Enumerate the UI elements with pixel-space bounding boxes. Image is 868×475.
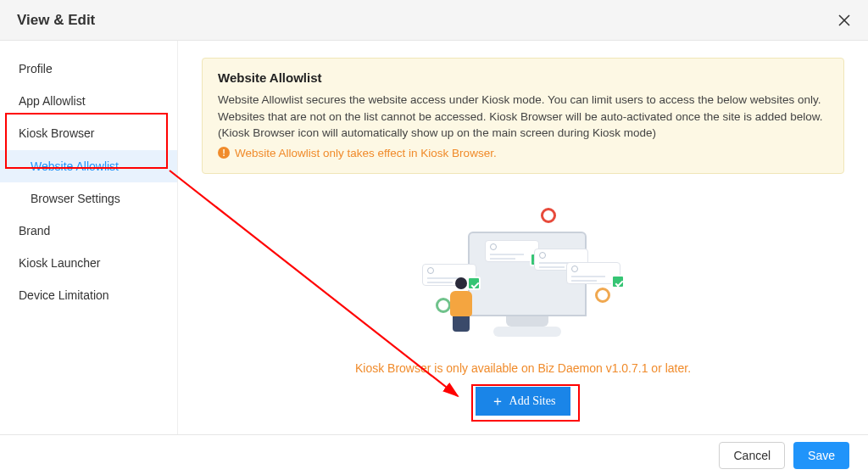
availability-text: Kiosk Browser is only available on Biz D… bbox=[202, 361, 844, 375]
info-banner: Website Allowlist Website Allowlist secu… bbox=[202, 58, 844, 174]
info-banner-warning-text: Website Allowlist only takes effect in K… bbox=[235, 147, 497, 159]
sidebar-item-device-limitation[interactable]: Device Limitation bbox=[0, 279, 177, 311]
sidebar-item-profile[interactable]: Profile bbox=[0, 53, 177, 85]
empty-state-illustration bbox=[409, 206, 637, 346]
cancel-button[interactable]: Cancel bbox=[719, 442, 785, 469]
dialog-title: View & Edit bbox=[17, 12, 95, 29]
empty-state: Kiosk Browser is only available on Biz D… bbox=[202, 206, 844, 416]
sidebar-item-kiosk-launcher[interactable]: Kiosk Launcher bbox=[0, 247, 177, 279]
sidebar-item-app-allowlist[interactable]: App Allowlist bbox=[0, 85, 177, 117]
save-button[interactable]: Save bbox=[793, 442, 849, 469]
dialog-footer: Cancel Save bbox=[0, 434, 868, 475]
info-banner-description: Website Allowlist secures the website ac… bbox=[218, 92, 828, 142]
sidebar: Profile App Allowlist Kiosk Browser Webs… bbox=[0, 41, 178, 434]
add-sites-button[interactable]: ＋ Add Sites bbox=[476, 387, 571, 416]
info-banner-warning: ! Website Allowlist only takes effect in… bbox=[218, 147, 828, 159]
exclamation-icon: ! bbox=[218, 147, 230, 159]
plus-icon: ＋ bbox=[491, 394, 504, 408]
main-panel: Website Allowlist Website Allowlist secu… bbox=[178, 41, 868, 434]
info-banner-title: Website Allowlist bbox=[218, 70, 828, 85]
add-sites-button-label: Add Sites bbox=[509, 394, 556, 408]
sidebar-item-website-allowlist[interactable]: Website Allowlist bbox=[0, 150, 177, 182]
sidebar-item-brand[interactable]: Brand bbox=[0, 215, 177, 247]
sidebar-item-kiosk-browser[interactable]: Kiosk Browser bbox=[0, 117, 177, 149]
sidebar-item-browser-settings[interactable]: Browser Settings bbox=[0, 182, 177, 215]
dialog-header: View & Edit bbox=[0, 0, 868, 41]
close-icon[interactable] bbox=[837, 14, 851, 27]
